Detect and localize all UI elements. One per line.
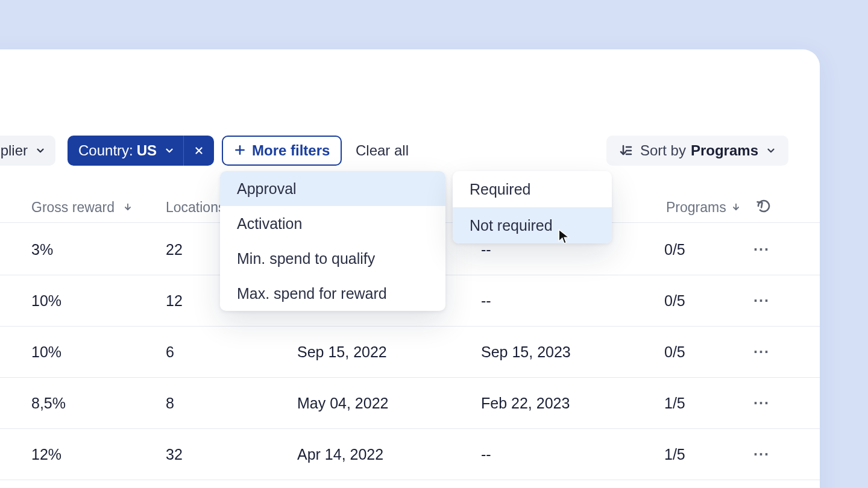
menu-item-min-spend[interactable]: Min. spend to qualify xyxy=(220,241,445,276)
menu-item-required[interactable]: Required xyxy=(453,171,612,207)
chevron-down-icon xyxy=(35,145,46,156)
column-label: Locations xyxy=(166,199,225,215)
country-label: Country: xyxy=(78,142,133,159)
arrow-down-icon xyxy=(731,199,741,216)
cell-reward: 3% xyxy=(31,241,53,258)
cell-locations: 32 xyxy=(166,446,183,463)
row-menu-button[interactable]: ··· xyxy=(753,395,770,412)
cell-end: -- xyxy=(481,446,491,463)
column-label: Programs xyxy=(666,199,726,216)
menu-item-not-required[interactable]: Not required xyxy=(453,207,612,243)
more-filters-button[interactable]: More filters xyxy=(222,136,342,166)
cell-programs: 1/5 xyxy=(664,395,685,412)
row-menu-button[interactable]: ··· xyxy=(753,241,770,258)
chevron-down-icon xyxy=(164,145,175,156)
country-value: US xyxy=(137,142,157,159)
supplier-filter-pill[interactable]: plier xyxy=(0,136,55,166)
chevron-down-icon xyxy=(766,145,776,156)
supplier-label-fragment: plier xyxy=(1,142,28,159)
filter-category-menu: Approval Activation Min. spend to qualif… xyxy=(220,171,445,311)
column-label: Gross reward xyxy=(31,199,115,215)
menu-item-activation[interactable]: Activation xyxy=(220,206,445,241)
sort-by-label: Sort by xyxy=(640,142,686,159)
cell-locations: 12 xyxy=(166,292,183,310)
column-header-locations[interactable]: Locations xyxy=(166,199,225,216)
sort-icon xyxy=(618,143,633,158)
cell-start: May 04, 2022 xyxy=(297,395,389,412)
sort-value: Programs xyxy=(691,142,758,159)
row-menu-button[interactable]: ··· xyxy=(753,292,770,310)
cell-programs: 0/5 xyxy=(664,241,685,258)
cell-programs: 0/5 xyxy=(664,292,685,310)
cell-end: Sep 15, 2023 xyxy=(481,343,571,361)
clear-all-label: Clear all xyxy=(356,142,409,159)
country-filter-pill[interactable]: Country: US xyxy=(68,136,214,166)
cell-start: Sep 15, 2022 xyxy=(297,343,387,361)
row-menu-button[interactable]: ··· xyxy=(753,343,770,361)
table-row[interactable]: 12% 32 Apr 14, 2022 -- 1/5 ··· xyxy=(0,429,820,480)
content-card: plier Country: US More filters Clear all xyxy=(0,49,820,488)
cell-end: -- xyxy=(481,292,491,310)
cell-programs: 1/5 xyxy=(664,446,685,463)
cell-locations: 8 xyxy=(166,395,174,412)
cell-programs: 0/5 xyxy=(664,343,685,361)
menu-item-approval[interactable]: Approval xyxy=(220,171,445,206)
table-row[interactable]: 10% 6 Sep 15, 2022 Sep 15, 2023 0/5 ··· xyxy=(0,327,820,378)
cell-reward: 10% xyxy=(31,343,61,361)
cell-locations: 22 xyxy=(166,241,183,258)
arrow-down-icon xyxy=(123,199,133,215)
cell-start: Apr 14, 2022 xyxy=(297,446,383,463)
cell-reward: 8,5% xyxy=(31,395,66,412)
column-header-reward[interactable]: Gross reward xyxy=(31,199,133,216)
approval-submenu: Required Not required xyxy=(453,171,612,243)
refresh-button[interactable] xyxy=(756,199,771,217)
filter-toolbar: plier Country: US More filters Clear all xyxy=(0,136,820,166)
more-filters-label: More filters xyxy=(252,142,330,159)
cell-end: Feb 22, 2023 xyxy=(481,395,570,412)
clear-all-button[interactable]: Clear all xyxy=(356,136,409,166)
row-menu-button[interactable]: ··· xyxy=(753,446,770,463)
remove-filter-button[interactable] xyxy=(184,136,214,166)
column-header-programs[interactable]: Programs xyxy=(666,199,741,216)
sort-button[interactable]: Sort by Programs xyxy=(606,136,788,166)
menu-item-max-spend[interactable]: Max. spend for reward xyxy=(220,276,445,311)
cell-locations: 6 xyxy=(166,343,174,361)
cell-reward: 10% xyxy=(31,292,61,310)
table-row[interactable]: 8,5% 8 May 04, 2022 Feb 22, 2023 1/5 ··· xyxy=(0,378,820,429)
cell-reward: 12% xyxy=(31,446,61,463)
plus-icon xyxy=(234,142,246,160)
